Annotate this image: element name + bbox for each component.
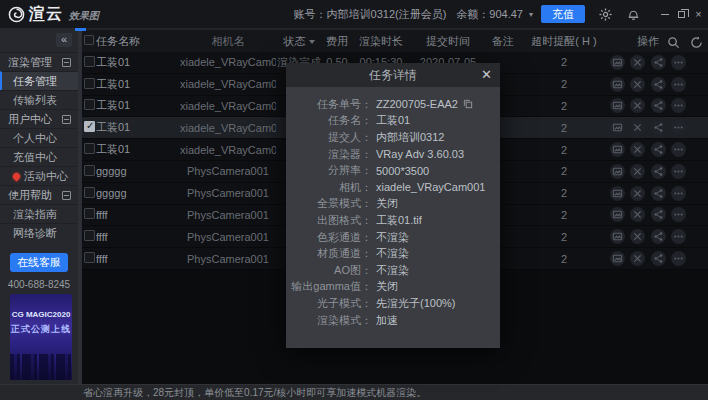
modal-field: 提交人： 内部培训0312: [286, 129, 500, 146]
view-image-button[interactable]: [610, 77, 625, 92]
view-image-button[interactable]: [610, 251, 625, 266]
field-value: 加速: [376, 313, 398, 328]
modal-field: 出图格式： 工装01.tif: [286, 212, 500, 229]
share-button[interactable]: [651, 186, 666, 201]
share-button[interactable]: [651, 98, 666, 113]
sidebar-item-6[interactable]: 活动中心: [0, 166, 78, 185]
sidebar-item-9[interactable]: 网络诊断: [0, 223, 78, 242]
camera-cell: xiadele_VRayCam001: [180, 100, 276, 112]
status-filter-caret-icon[interactable]: [309, 40, 315, 44]
view-image-button[interactable]: [610, 55, 625, 70]
sidebar-item-8[interactable]: 渲染指南: [0, 204, 78, 223]
account-caret-icon[interactable]: ▾: [529, 10, 533, 19]
sidebar-item-5[interactable]: 充值中心: [0, 147, 78, 166]
section-collapse-icon[interactable]: [62, 191, 71, 200]
row-checkbox[interactable]: [84, 252, 95, 263]
share-button[interactable]: [651, 207, 666, 222]
modal-close-icon[interactable]: ✕: [481, 67, 492, 83]
cancel-task-button[interactable]: [630, 55, 645, 70]
more-actions-button[interactable]: [671, 98, 686, 113]
share-button[interactable]: [651, 77, 666, 92]
select-all-checkbox[interactable]: [84, 35, 94, 45]
cancel-task-button[interactable]: [630, 77, 645, 92]
more-actions-button[interactable]: [671, 251, 686, 266]
sidebar-section-7[interactable]: 使用帮助: [0, 185, 78, 204]
more-actions-button[interactable]: [671, 164, 686, 179]
view-image-button[interactable]: [610, 186, 625, 201]
row-checkbox[interactable]: [84, 99, 95, 110]
task-name-cell: 工装01: [96, 142, 180, 157]
cancel-task-button[interactable]: [630, 98, 645, 113]
cancel-task-button[interactable]: [630, 186, 645, 201]
field-value: 工装01.tif: [376, 213, 422, 228]
view-image-button[interactable]: [610, 98, 625, 113]
share-button[interactable]: [651, 120, 666, 135]
sidebar-item-1[interactable]: 任务管理: [0, 71, 78, 90]
cancel-task-button[interactable]: [630, 229, 645, 244]
section-collapse-icon[interactable]: [62, 58, 71, 67]
sidebar-collapse-button[interactable]: «: [56, 33, 72, 47]
sidebar-section-3[interactable]: 用户中心: [0, 109, 78, 128]
view-image-button[interactable]: [610, 207, 625, 222]
task-name-cell: ggggg: [96, 165, 180, 177]
more-actions-button[interactable]: [671, 186, 686, 201]
cancel-task-button[interactable]: [630, 142, 645, 157]
cancel-task-button[interactable]: [630, 251, 645, 266]
copy-icon[interactable]: [463, 99, 473, 109]
more-actions-button[interactable]: [671, 142, 686, 157]
share-button[interactable]: [651, 251, 666, 266]
view-image-button[interactable]: [610, 229, 625, 244]
sidebar-item-2[interactable]: 传输列表: [0, 90, 78, 109]
window-close-button[interactable]: ×: [691, 0, 706, 28]
sidebar-section-0[interactable]: 渲染管理: [0, 52, 78, 71]
modal-field: 材质通道： 不渲染: [286, 245, 500, 262]
sidebar-item-label: 任务管理: [13, 74, 57, 89]
row-checkbox[interactable]: [84, 208, 95, 219]
search-icon[interactable]: [666, 35, 681, 50]
notifications-bell-icon[interactable]: [625, 6, 641, 22]
settings-gear-icon[interactable]: [597, 6, 613, 22]
modal-title: 任务详情: [369, 67, 417, 84]
view-image-button[interactable]: [610, 164, 625, 179]
row-checkbox[interactable]: [84, 230, 95, 241]
promo-banner[interactable]: CG MAGIC2020 正式公测上线: [10, 294, 72, 380]
field-value: 关闭: [376, 196, 398, 211]
banner-subtitle: 正式公测上线: [10, 323, 72, 336]
field-value: 工装01: [376, 113, 410, 128]
more-actions-button[interactable]: [671, 77, 686, 92]
window-restore-button[interactable]: [674, 0, 689, 28]
more-actions-button[interactable]: [671, 229, 686, 244]
row-checkbox[interactable]: [84, 56, 95, 67]
sidebar-item-4[interactable]: 个人中心: [0, 128, 78, 147]
account-info[interactable]: 账号：内部培训0312(注册会员) 余额：904.47 ▾: [294, 7, 541, 22]
cancel-task-button[interactable]: [630, 120, 645, 135]
field-label: 光子模式：: [286, 296, 372, 311]
sidebar-section-label: 渲染管理: [8, 55, 52, 70]
share-button[interactable]: [651, 142, 666, 157]
view-image-button[interactable]: [610, 120, 625, 135]
share-button[interactable]: [651, 55, 666, 70]
more-actions-button[interactable]: [671, 120, 686, 135]
header-duration: 渲染时长: [352, 34, 410, 49]
row-checkbox[interactable]: [84, 78, 95, 89]
field-value: 内部培训0312: [376, 130, 444, 145]
section-collapse-icon[interactable]: [62, 115, 71, 124]
more-actions-button[interactable]: [671, 55, 686, 70]
recharge-button[interactable]: 充值: [541, 5, 585, 23]
row-checkbox[interactable]: [84, 165, 95, 176]
row-checkbox[interactable]: [84, 143, 95, 154]
view-image-button[interactable]: [610, 142, 625, 157]
more-actions-button[interactable]: [671, 207, 686, 222]
online-service-button[interactable]: 在线客服: [10, 253, 68, 272]
cancel-task-button[interactable]: [630, 207, 645, 222]
share-button[interactable]: [651, 164, 666, 179]
row-checkbox[interactable]: [84, 121, 95, 132]
row-checkbox[interactable]: [84, 187, 95, 198]
refresh-icon[interactable]: [689, 35, 704, 50]
share-button[interactable]: [651, 229, 666, 244]
timeout-cell: 2: [520, 187, 608, 199]
cancel-task-button[interactable]: [630, 164, 645, 179]
window-minimize-button[interactable]: [657, 0, 672, 28]
modal-field: 全景模式： 关闭: [286, 196, 500, 213]
modal-field: 渲染模式： 加速: [286, 312, 500, 329]
